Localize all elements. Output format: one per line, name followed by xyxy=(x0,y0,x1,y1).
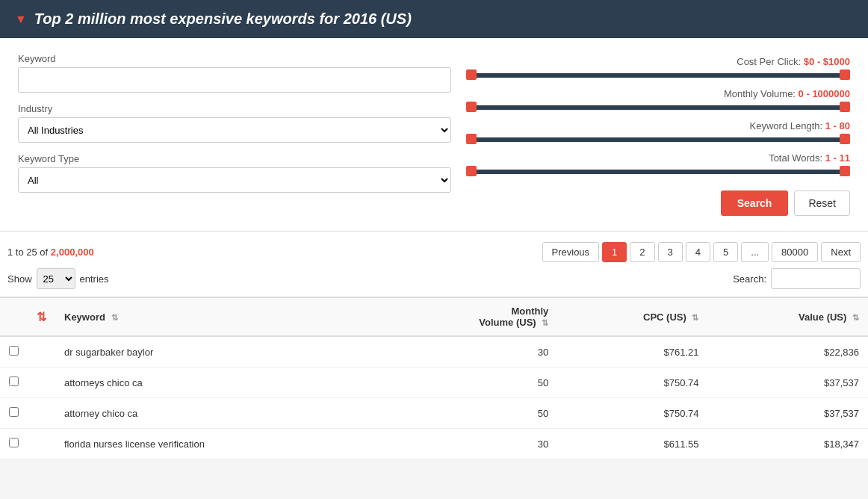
row-value-4: $18,347 xyxy=(707,429,868,459)
row-cpc-3: $750.74 xyxy=(557,398,707,429)
col-monthly-volume-label: MonthlyVolume (US) xyxy=(479,306,548,328)
table-row: attorneys chico ca 50 $750.74 $37,537 xyxy=(0,368,868,398)
cpc-slider-row: Cost Per Click: $0 - $1000 xyxy=(466,56,850,81)
cpc-slider-label: Cost Per Click: $0 - $1000 xyxy=(466,56,850,67)
row-rank-4 xyxy=(28,429,55,459)
row-value-2: $37,537 xyxy=(707,368,868,398)
table-controls-top: 1 to 25 of 2,000,000 Previous 1 2 3 4 5 … xyxy=(0,232,868,268)
monthly-volume-slider-right-thumb[interactable] xyxy=(840,102,850,112)
table-row: florida nurses license verification 30 $… xyxy=(0,429,868,459)
page-5-button[interactable]: 5 xyxy=(713,242,738,262)
col-value-label: Value (US) xyxy=(799,312,846,323)
table-search-input[interactable] xyxy=(771,268,861,289)
filter-buttons: Search Reset xyxy=(466,190,850,216)
row-cpc-4: $611.55 xyxy=(557,429,707,459)
page-title: Top 2 million most expensive keywords fo… xyxy=(34,10,412,28)
row-keyword-3: attorney chico ca xyxy=(55,398,379,429)
show-label: Show xyxy=(7,273,32,285)
page-80000-button[interactable]: 80000 xyxy=(772,242,818,262)
table-search-box: Search: xyxy=(733,268,861,289)
total-words-slider-right-thumb[interactable] xyxy=(840,166,850,176)
page-3-button[interactable]: 3 xyxy=(658,242,683,262)
keyword-type-select[interactable]: All Broad Exact Phrase xyxy=(18,167,451,193)
keyword-sort-icon: ⇅ xyxy=(111,313,118,322)
row-cpc-1: $761.21 xyxy=(557,336,707,368)
filter-right: Cost Per Click: $0 - $1000 Monthly Volum… xyxy=(466,53,850,216)
col-cpc-label: CPC (US) xyxy=(643,312,686,323)
filter-left: Keyword Industry All Industries Automoti… xyxy=(18,53,451,216)
monthly-volume-slider-row: Monthly Volume: 0 - 1000000 xyxy=(466,88,850,113)
monthly-volume-slider-left-thumb[interactable] xyxy=(466,102,477,112)
keyword-length-slider-right-thumb[interactable] xyxy=(840,134,850,144)
entries-label: entries xyxy=(80,273,109,285)
row-cpc-2: $750.74 xyxy=(557,368,707,398)
table-row: dr sugarbaker baylor 30 $761.21 $22,836 xyxy=(0,336,868,368)
col-keyword-label: Keyword xyxy=(64,312,105,323)
row-rank-3 xyxy=(28,398,55,429)
page-header: ▼ Top 2 million most expensive keywords … xyxy=(0,0,868,38)
cpc-slider-right-thumb[interactable] xyxy=(840,69,850,80)
row-checkbox-3[interactable] xyxy=(0,398,28,429)
cpc-slider-left-thumb[interactable] xyxy=(466,69,477,80)
col-rank: ⇅ xyxy=(28,297,55,336)
row-value-1: $22,836 xyxy=(707,336,868,368)
keyword-type-field: Keyword Type All Broad Exact Phrase xyxy=(18,153,451,193)
total-words-slider-label: Total Words: 1 - 11 xyxy=(466,152,850,164)
result-info: 1 to 25 of 2,000,000 xyxy=(7,247,94,258)
row-checkbox-2[interactable] xyxy=(0,368,28,398)
search-label: Search: xyxy=(733,273,766,285)
result-count: 2,000,000 xyxy=(51,247,94,258)
row-keyword-4: florida nurses license verification xyxy=(55,429,379,459)
keywords-table: ⇅ Keyword ⇅ MonthlyVolume (US) ⇅ CPC (US… xyxy=(0,297,868,459)
page-2-button[interactable]: 2 xyxy=(630,242,654,262)
search-button[interactable]: Search xyxy=(721,190,789,216)
rank-icon: ⇅ xyxy=(37,311,46,323)
monthly-volume-slider-track[interactable] xyxy=(466,105,850,110)
keyword-length-slider-track[interactable] xyxy=(466,137,850,142)
col-value[interactable]: Value (US) ⇅ xyxy=(707,297,868,336)
value-sort-icon: ⇅ xyxy=(852,313,859,322)
show-entries: Show 25 50 100 entries xyxy=(7,268,109,289)
row-value-3: $37,537 xyxy=(707,398,868,429)
keyword-type-label: Keyword Type xyxy=(18,153,451,164)
industry-select[interactable]: All Industries Automotive Finance Health… xyxy=(18,117,451,143)
cpc-sort-icon: ⇅ xyxy=(692,313,698,322)
row-monthly-volume-2: 50 xyxy=(379,368,557,398)
toggle-icon[interactable]: ▼ xyxy=(15,13,27,26)
filter-grid: Keyword Industry All Industries Automoti… xyxy=(18,53,850,216)
col-checkbox xyxy=(0,297,28,336)
keyword-label: Keyword xyxy=(18,53,451,64)
total-words-slider-track[interactable] xyxy=(466,170,850,174)
row-monthly-volume-3: 50 xyxy=(379,398,557,429)
previous-button[interactable]: Previous xyxy=(542,242,600,262)
result-text: 1 to 25 of xyxy=(7,247,51,258)
col-keyword[interactable]: Keyword ⇅ xyxy=(55,297,379,336)
page-1-button[interactable]: 1 xyxy=(602,242,627,262)
keyword-length-slider-left-thumb[interactable] xyxy=(466,134,477,144)
total-words-slider-left-thumb[interactable] xyxy=(466,166,477,176)
row-monthly-volume-4: 30 xyxy=(379,429,557,459)
page-4-button[interactable]: 4 xyxy=(686,242,710,262)
reset-button[interactable]: Reset xyxy=(794,190,850,216)
filter-section: Keyword Industry All Industries Automoti… xyxy=(0,38,868,232)
keyword-field: Keyword xyxy=(18,53,451,93)
table-bottom-controls: Show 25 50 100 entries Search: xyxy=(0,268,868,297)
row-rank-2 xyxy=(28,368,55,398)
keyword-input[interactable] xyxy=(18,67,451,93)
monthly-volume-slider-label: Monthly Volume: 0 - 1000000 xyxy=(466,88,850,99)
row-keyword-1: dr sugarbaker baylor xyxy=(55,336,379,368)
main-container: ▼ Top 2 million most expensive keywords … xyxy=(0,0,868,459)
row-checkbox-1[interactable] xyxy=(0,336,28,368)
page-ellipsis: ... xyxy=(741,242,769,262)
row-rank-1 xyxy=(28,336,55,368)
col-monthly-volume[interactable]: MonthlyVolume (US) ⇅ xyxy=(379,297,557,336)
table-header-row: ⇅ Keyword ⇅ MonthlyVolume (US) ⇅ CPC (US… xyxy=(0,297,868,336)
cpc-slider-track[interactable] xyxy=(466,73,850,78)
row-checkbox-4[interactable] xyxy=(0,429,28,459)
entries-select[interactable]: 25 50 100 xyxy=(37,268,75,289)
next-button[interactable]: Next xyxy=(821,242,861,262)
col-cpc[interactable]: CPC (US) ⇅ xyxy=(557,297,707,336)
keyword-length-slider-label: Keyword Length: 1 - 80 xyxy=(466,120,850,131)
table-row: attorney chico ca 50 $750.74 $37,537 xyxy=(0,398,868,429)
industry-label: Industry xyxy=(18,103,451,114)
